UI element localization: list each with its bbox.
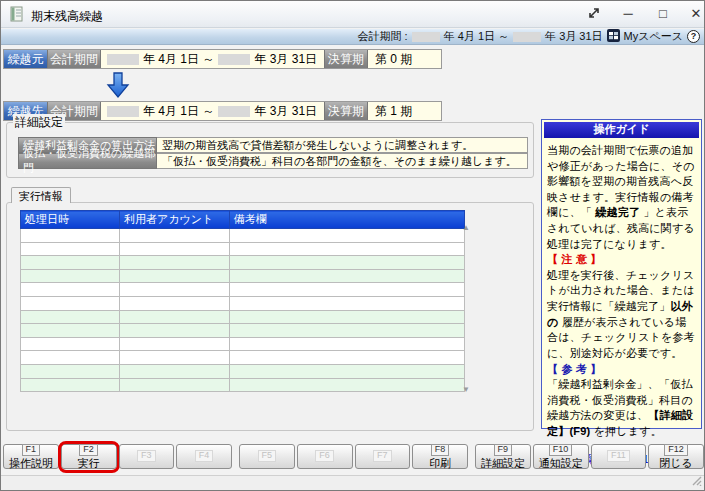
fiscal-to: 年 3月 31日 <box>545 29 602 44</box>
guide-reference-text: 「繰越利益剰余金」、「仮払消費税・仮受消費税」科目の繰越方法の変更は、【詳細設定… <box>547 377 696 439</box>
fn-button-f6: F6 <box>297 444 353 469</box>
window-title: 期末残高繰越 <box>31 8 103 25</box>
maximize-button[interactable]: □ <box>648 4 678 24</box>
dest-term-value: 第 1 期 <box>368 102 441 120</box>
myspace-icon[interactable] <box>607 29 620 44</box>
table-row <box>21 364 465 378</box>
table-row <box>21 229 465 243</box>
execution-history-table: 処理日時 利用者アカウント 備考欄 <box>20 210 465 392</box>
tab-execution-info[interactable]: 実行情報 <box>11 187 71 203</box>
guide-body: 当期の会計期間で伝票の追加や修正があった場合に、その影響額を翌期の期首残高へ反映… <box>544 138 699 467</box>
fn-button-f12[interactable]: F12 閉じる <box>648 444 704 469</box>
fiscal-period-bar: 会計期間 : 年 4月 1日 ～ 年 3月 31日 Myスペース ? <box>1 29 704 45</box>
guide-caution-heading: 【 注 意 】 <box>547 252 696 268</box>
col-header-account: 利用者アカウント <box>120 211 230 229</box>
source-period-value: 年 4月 1日 ～ 年 3月 31日 <box>101 50 324 68</box>
title-bar: 期末残高繰越 ─ □ ✕ <box>1 1 704 28</box>
minimize-button[interactable]: ─ <box>613 4 643 24</box>
detail-row-value: 翌期の期首残高で貸借差額が発生しないように調整されます。 <box>157 137 528 153</box>
myspace-label[interactable]: Myスペース <box>624 29 683 44</box>
guide-reference-heading: 【 参 考 】 <box>547 362 696 378</box>
table-row <box>21 337 465 351</box>
expand-icon[interactable] <box>579 5 609 25</box>
execution-info-group: 処理日時 利用者アカウント 備考欄 ▲ ▼ <box>6 202 534 431</box>
source-term-value: 第 0 期 <box>368 50 441 68</box>
fn-button-f8[interactable]: F8 印刷 <box>412 444 468 469</box>
fn-button-f4: F4 <box>176 444 232 469</box>
detail-row-tax: 仮払・仮受消費税の繰越部門 「仮払・仮受消費税」科目の各部門の金額を、そのまま繰… <box>18 153 528 169</box>
table-row <box>21 283 465 297</box>
table-row <box>21 256 465 270</box>
fn-button-f9[interactable]: F9 詳細設定 <box>475 444 531 469</box>
close-button[interactable]: ✕ <box>681 4 705 24</box>
table-row <box>21 324 465 338</box>
guide-paragraph: 当期の会計期間で伝票の追加や修正があった場合に、その影響額を翌期の期首残高へ反映… <box>547 143 696 252</box>
detail-settings-label: 詳細設定 <box>13 114 65 131</box>
col-header-datetime: 処理日時 <box>21 211 120 229</box>
carryover-source-row: 繰越元 会計期間 年 4月 1日 ～ 年 3月 31日 決算期 第 0 期 <box>3 49 442 69</box>
redacted-year <box>218 54 250 65</box>
dest-period-value: 年 4月 1日 ～ 年 3月 31日 <box>101 102 324 120</box>
help-icon[interactable]: ? <box>687 30 700 43</box>
guide-caution-text: 処理を実行後、チェックリストが出力された場合、または実行情報に「繰越完了」以外の… <box>547 268 696 362</box>
detail-settings-group: 繰越利益剰余金の算出方法 翌期の期首残高で貸借差額が発生しないように調整されます… <box>6 122 534 178</box>
redacted-year <box>513 32 541 42</box>
scroll-up-icon[interactable]: ▲ <box>460 223 472 232</box>
detail-row-value: 「仮払・仮受消費税」科目の各部門の金額を、そのまま繰り越します。 <box>157 153 528 169</box>
fn-button-f10[interactable]: F10 通知設定 <box>533 444 589 469</box>
source-term-label: 決算期 <box>324 50 368 68</box>
dest-term-label: 決算期 <box>324 102 368 120</box>
fn-button-f11: F11 <box>591 444 647 469</box>
fn-button-f5: F5 <box>239 444 295 469</box>
operation-guide-panel: 操作ガイド 当期の会計期間で伝票の追加や修正があった場合に、その影響額を翌期の期… <box>541 119 702 429</box>
table-row <box>21 242 465 256</box>
app-icon <box>9 6 25 26</box>
carryover-arrow-icon <box>104 71 132 103</box>
status-bar <box>1 475 704 491</box>
carryover-dest-row: 繰越先 会計期間 年 4月 1日 ～ 年 3月 31日 決算期 第 1 期 <box>3 101 442 121</box>
function-key-bar: F1 操作説明 F2 実行 F3 F4 F5 F6 F7 F8 <box>3 444 704 469</box>
redacted-year <box>107 54 139 65</box>
fn-button-f3: F3 <box>119 444 175 469</box>
table-row <box>21 378 465 392</box>
scroll-down-icon[interactable]: ▼ <box>460 385 472 394</box>
col-header-remarks: 備考欄 <box>230 211 465 229</box>
app-window: 期末残高繰越 ─ □ ✕ 会計期間 : 年 4月 1日 ～ 年 3月 31日 M… <box>0 0 705 491</box>
redacted-year <box>412 32 440 42</box>
table-row <box>21 296 465 310</box>
table-row <box>21 310 465 324</box>
fiscal-period-label: 会計期間 : <box>358 29 408 44</box>
fn-button-f2[interactable]: F2 実行 <box>61 444 117 469</box>
guide-title: 操作ガイド <box>544 122 699 138</box>
fiscal-from: 年 4月 1日 ～ <box>444 29 509 44</box>
detail-row-label: 仮払・仮受消費税の繰越部門 <box>18 153 157 169</box>
table-row <box>21 269 465 283</box>
source-tag: 繰越元 <box>4 50 48 68</box>
redacted-year <box>218 106 250 117</box>
fn-button-f7: F7 <box>355 444 411 469</box>
table-row <box>21 351 465 365</box>
resize-grip[interactable] <box>690 472 702 490</box>
source-period-label: 会計期間 <box>48 50 101 68</box>
redacted-year <box>107 106 139 117</box>
fn-button-f1[interactable]: F1 操作説明 <box>3 444 59 469</box>
